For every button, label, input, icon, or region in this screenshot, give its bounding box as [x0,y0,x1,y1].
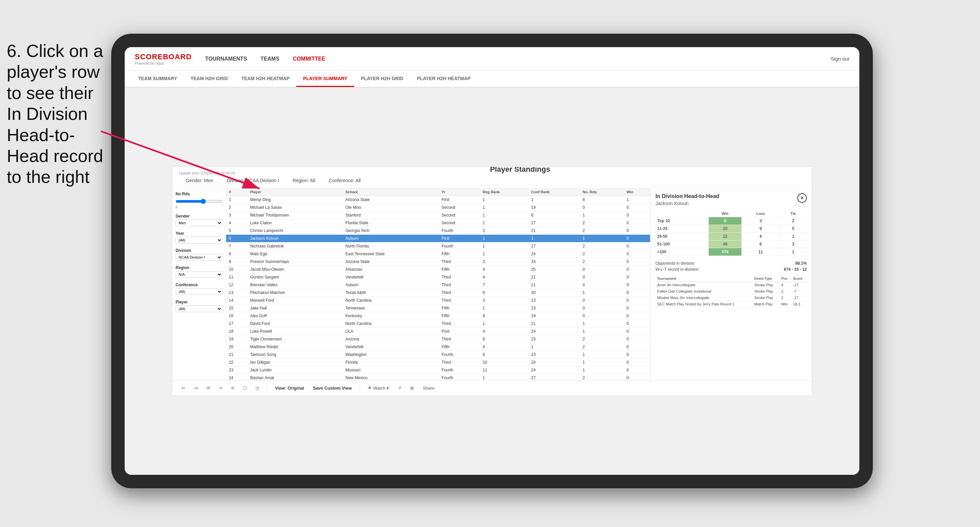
table-row[interactable]: 23 Jack Lundin Missouri Fourth 11 24 1 0 [226,367,650,374]
filter-label-gender: Gender [176,214,223,219]
toolbar-refresh[interactable]: ⟳ [204,384,213,392]
tournament-col-score: Score [791,276,807,282]
nav-items: TOURNAMENTS TEAMS COMMITTEE [205,54,831,63]
table-row[interactable]: 10 Jacob Mou-Olesen Arkansas Fifth 4 25 … [226,266,650,273]
tournament-row: Mirabel Maui Jim Intercollegiate Stroke … [655,295,807,301]
toolbar-watch[interactable]: 👁 Watch ▾ [365,384,392,392]
year-select[interactable]: (All) [176,237,223,243]
toolbar-copy[interactable]: ⎘ [229,384,237,392]
h2h-stats: Opponents in division: 98.1% W-L-T recor… [655,261,807,272]
table-row[interactable]: 21 Taehoon Song Washington Fourth 6 23 1… [226,351,650,359]
panel-body: No Rds. 6 Gender Men Year [172,188,812,380]
sub-nav-player-h2h-heatmap[interactable]: PLAYER H2H HEATMAP [410,71,477,87]
nav-item-committee[interactable]: COMMITTEE [293,54,325,63]
table-row[interactable]: 3 Michael Thorbjornsen Stanford Second 1… [226,211,650,219]
table-row[interactable]: 4 Luke Claton Florida State Second 1 27 … [226,219,650,227]
gender-select[interactable]: Men [176,219,223,226]
col-header-school: School [343,188,439,196]
table-row[interactable]: 8 Mats Ege East Tennessee State Fifth 1 … [226,250,650,258]
panel-title: Player Standings [235,167,805,174]
table-row[interactable]: 2 Michael La Sasso Ole Miss Second 1 19 … [226,204,650,211]
tournament-col-type: Event Type [752,276,780,282]
region-select[interactable]: N/A [176,271,223,278]
tournament-col-pos: Pos [780,276,791,282]
h2h-breakdown-table: Win Loss Tie Top 10 8 3 2 11-25 20 9 5 [655,210,807,256]
col-header-no-rds: No. Rds. [580,188,624,196]
col-header-win: Win [624,188,650,196]
filter-label-no-rds: No Rds. [176,192,223,196]
update-time: Update time: 27/03/2024 16:56:26 [179,171,235,175]
col-header-conf-rank: Conf Rank [528,188,580,196]
sign-out-button[interactable]: Sign out [831,56,849,62]
table-row[interactable]: 15 Jake Hall Tennessee Fifth 1 23 0 0 [226,305,650,312]
toolbar-grid-icon[interactable]: ⊞ [407,384,417,392]
col-header-player: Player [247,188,343,196]
table-row[interactable]: 22 Ian Gilligan Florida Third 10 24 1 0 [226,359,650,367]
toolbar-save-custom-view[interactable]: Save Custom View [310,384,354,392]
nav-item-teams[interactable]: TEAMS [261,54,279,63]
filter-group-player: Player (All) [176,300,223,312]
division-select[interactable]: NCAA Division I [176,254,223,260]
tournament-history-table: Tournament Event Type Pos Score Amer Ari… [655,276,807,308]
h2h-close-button[interactable]: × [797,193,807,203]
nav-item-tournaments[interactable]: TOURNAMENTS [205,54,247,63]
filter-label-division: Division [176,248,223,253]
toolbar-view-original[interactable]: View: Original [272,384,307,392]
table-row[interactable]: 17 David Ford North Carolina Third 1 21 … [226,320,650,328]
tournament-col-name: Tournament [655,276,752,282]
tournament-row: Fallen Oak Collegiate Invitational Strok… [655,288,807,295]
table-row[interactable]: 9 Preston Summerhays Arizona State Third… [226,258,650,266]
filter-division: Division: NCAA Division I [227,178,279,183]
tournament-row: SEC Match Play hosted by Jerry Pate Roun… [655,301,807,308]
filter-label-region: Region [176,265,223,270]
toolbar-redo-cut[interactable]: ↪ [191,384,200,392]
h2h-record-label: W-L-T record in-division: [655,267,699,272]
table-row[interactable]: 18 Luke Powell ULA First 4 24 1 0 [226,328,650,335]
toolbar-share[interactable]: Share [420,384,437,392]
table-row[interactable]: 1 Wenyi Ding Arizona State First 1 1 8 1 [226,196,650,204]
sub-nav-player-summary[interactable]: PLAYER SUMMARY [296,71,354,87]
filter-label-conference: Conference [176,283,223,287]
h2h-player: Jackson Koivun [655,201,719,206]
conference-select[interactable]: (All) [176,288,223,295]
filter-group-conference: Conference (All) [176,283,223,295]
toolbar-cut[interactable]: ✂ [216,384,226,392]
toolbar-undo[interactable]: ↩ [179,384,188,392]
table-row[interactable]: 5 Christo Lamprecht Georgia Tech Fourth … [226,227,650,235]
h2h-row: 51-100 46 6 3 [656,240,807,248]
filter-group-gender: Gender Men [176,214,223,226]
sub-nav-team-h2h-heatmap[interactable]: TEAM H2H HEATMAP [235,71,297,87]
sub-nav-player-h2h-grid[interactable]: PLAYER H2H GRID [354,71,410,87]
table-row[interactable]: 12 Brendan Valles Auburn Third 7 21 0 0 [226,281,650,289]
filter-group-no-rds: No Rds. 6 [176,192,223,209]
filter-region: Region: All [293,178,315,183]
toolbar-grid[interactable]: ⬡ [240,384,250,392]
bottom-toolbar: ↩ ↪ ⟳ ✂ ⎘ ⬡ ◷ View: Original Save Custom… [172,380,812,395]
table-row[interactable]: 14 Maxwell Ford North Carolina Third 3 2… [226,297,650,305]
h2h-panel: In Division Head-to-Head Jackson Koivun … [650,188,812,380]
toolbar-clock[interactable]: ◷ [253,384,262,392]
sub-nav-team-summary[interactable]: TEAM SUMMARY [131,71,184,87]
tournament-row: Amer Ari Intercollegiate Stroke Play 4 -… [655,282,807,288]
toolbar-upload[interactable]: ↗ [395,384,404,392]
filter-row: Gender: Men Division: NCAA Division I Re… [179,175,805,186]
standings-table: # Player School Yr Reg Rank Conf Rank No… [226,188,650,380]
filter-label-player: Player [176,300,223,305]
logo-area: SCOREBOARD Powered by clippi [135,52,192,65]
h2h-opponents-label: Opponents in division: [655,261,695,266]
sub-nav-team-h2h-grid[interactable]: TEAM H2H GRID [184,71,234,87]
player-select[interactable]: (All) [176,305,223,312]
table-row[interactable]: 11 Gordon Sargent Vanderbilt Third 4 21 … [226,273,650,281]
sub-nav: TEAM SUMMARY TEAM H2H GRID TEAM H2H HEAT… [125,71,859,87]
table-row[interactable]: 24 Bastian Amat New Mexico Fourth 1 27 2… [226,374,650,381]
table-row[interactable]: 13 Phichaksn Maichon Texas A&M Third 6 3… [226,289,650,297]
table-row[interactable]: 19 Tiger Christensen Arizona Third 8 23 … [226,335,650,343]
filter-gender: Gender: Men [186,178,213,183]
logo-powered: Powered by clippi [135,61,192,65]
table-row[interactable]: 16 Alex Goff Kentucky Fifth 8 19 0 0 [226,312,650,320]
h2h-title: In Division Head-to-Head [655,193,719,199]
table-row[interactable]: 6 Jackson Koivun Auburn First 1 1 1 0 [226,235,650,243]
table-row[interactable]: 7 Nicholas Gabrelcik North Florida Fourt… [226,243,650,250]
table-row[interactable]: 20 Matthew Riedel Vanderbilt Fifth 4 1 2… [226,343,650,351]
no-rds-slider[interactable] [176,199,223,204]
